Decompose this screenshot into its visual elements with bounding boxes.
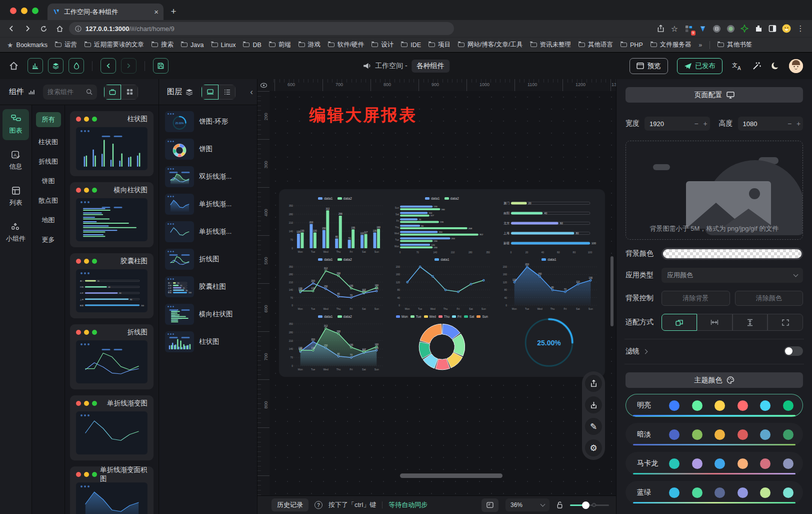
- horizontal-bar-chart[interactable]: data1data2070140210280350SunSatFriThuWed…: [391, 195, 493, 254]
- import-button[interactable]: [585, 396, 602, 413]
- category-bar[interactable]: 柱状图: [38, 138, 58, 147]
- dashboard-board[interactable]: data1data2070140210280350MonTueWedThuFri…: [279, 189, 605, 377]
- bookmark-folder[interactable]: 前端: [269, 41, 291, 49]
- dual-line-chart[interactable]: data1data2070140210280350MonTueWedThuFri…: [284, 256, 386, 311]
- width-input[interactable]: 1920−+: [644, 117, 710, 131]
- capsule-chart[interactable]: 厦门20南阳40北京60上海80新疆100020406080100: [498, 195, 600, 254]
- background-color-swatch[interactable]: [662, 248, 803, 260]
- bookmark-folder[interactable]: DB: [243, 42, 261, 49]
- fit-scale-button[interactable]: [662, 314, 697, 331]
- shortcut-panel-button[interactable]: [482, 498, 498, 512]
- home-button[interactable]: [9, 61, 18, 71]
- edit-button[interactable]: ✎: [585, 418, 602, 435]
- bookmark-folder[interactable]: Java: [181, 42, 204, 49]
- home-icon[interactable]: [53, 22, 66, 35]
- browser-tab[interactable]: 工作空间-各种组件 ×: [48, 4, 164, 20]
- dark-mode-moon-icon[interactable]: [770, 61, 780, 71]
- history-button[interactable]: 历史记录: [272, 498, 308, 511]
- gradient-line-chart[interactable]: data104080120160200MonTueWedThuFriSatSun: [391, 256, 493, 311]
- bookmark-folder[interactable]: 软件/硬件: [328, 41, 364, 49]
- extension-circle-icon[interactable]: [726, 24, 735, 33]
- layer-item[interactable]: 单折线渐...: [163, 193, 253, 216]
- filter-toggle[interactable]: [784, 346, 803, 356]
- layer-item[interactable]: 柱状图: [163, 330, 253, 353]
- layer-item[interactable]: 饼图: [163, 138, 253, 161]
- detail-panel-toggle-button[interactable]: [68, 58, 84, 74]
- height-input[interactable]: 1080−+: [738, 117, 804, 131]
- canvas-grid[interactable]: 编辑大屏报表 data1data2070140210280350MonTueWe…: [270, 91, 616, 495]
- extension-command-icon[interactable]: [712, 24, 721, 33]
- layers-panel-toggle-button[interactable]: [48, 58, 64, 74]
- save-button[interactable]: [153, 58, 168, 74]
- clear-background-button[interactable]: 清除背景: [662, 291, 730, 306]
- component-card-bar[interactable]: 柱状图: [70, 111, 154, 176]
- user-avatar[interactable]: [789, 59, 803, 73]
- extension-star-icon[interactable]: [740, 24, 749, 33]
- bookmark-star-icon[interactable]: ☆: [670, 24, 679, 33]
- tab-close-icon[interactable]: ×: [154, 8, 158, 16]
- fit-height-button[interactable]: [732, 314, 768, 331]
- forward-icon[interactable]: [21, 22, 34, 35]
- url-bar[interactable]: 127.0.0.1:3000/#/chart/home/9: [69, 22, 454, 35]
- list-view-button[interactable]: [218, 85, 236, 100]
- background-upload-dropzone[interactable]: 背景图需小于 5M，格式为 png/jpg/gif 的文件: [626, 141, 803, 240]
- layer-item[interactable]: 厦门20南阳40北京60上海80新疆100胶囊柱图: [163, 275, 253, 298]
- reload-icon[interactable]: [37, 22, 50, 35]
- eye-icon[interactable]: [260, 83, 268, 88]
- thumbnail-view-button[interactable]: [202, 85, 218, 100]
- bookmark-folder[interactable]: 搜索: [152, 41, 174, 49]
- bookmark-folder[interactable]: 设计: [372, 41, 394, 49]
- layer-item[interactable]: 折线图: [163, 248, 253, 271]
- bar-chart[interactable]: data1data2070140210280350MonTueWedThuFri…: [284, 195, 386, 254]
- design-canvas[interactable]: 6007008009001000110012001300 20030040050…: [258, 79, 616, 514]
- donut-chart[interactable]: MonTueWedThuFriSatSun: [391, 313, 493, 372]
- component-card-capsule[interactable]: 胶囊柱图 厦门20南阳40北京60上海80新疆100: [70, 253, 154, 318]
- gradient-area-chart[interactable]: data104080120160200MonTueWedThuFriSatSun…: [498, 256, 600, 311]
- height-plus-button[interactable]: +: [794, 120, 803, 128]
- component-card-hbar[interactable]: 横向柱状图: [70, 182, 154, 247]
- theme-row-dim[interactable]: 暗淡: [626, 423, 803, 446]
- share-icon[interactable]: [656, 24, 665, 33]
- export-button[interactable]: [585, 375, 602, 392]
- bookmark-folder[interactable]: 近期需要读的文章: [84, 41, 144, 49]
- dual-area-chart[interactable]: data1data2070140210280350MonTueWedThuFri…: [284, 313, 386, 372]
- width-plus-button[interactable]: +: [701, 120, 710, 128]
- fit-width-button[interactable]: [697, 314, 732, 331]
- lock-icon[interactable]: [556, 501, 563, 509]
- collapse-panel-icon[interactable]: ‹: [250, 87, 253, 97]
- nav-item-widgets[interactable]: 小组件: [2, 217, 29, 248]
- redo-button[interactable]: [121, 58, 136, 74]
- bookmark-folder[interactable]: 资讯未整理: [530, 41, 572, 49]
- chevron-right-icon[interactable]: [643, 349, 648, 354]
- bookmarks-root[interactable]: ★Bookmarks: [7, 41, 48, 49]
- clear-color-button[interactable]: 清除颜色: [735, 291, 804, 306]
- layer-item[interactable]: 双折线渐...: [163, 165, 253, 188]
- layer-item[interactable]: 25.00%饼图-环形: [163, 110, 253, 133]
- bookmark-folder[interactable]: 游戏: [298, 41, 320, 49]
- language-toggle-icon[interactable]: 文A: [732, 61, 742, 71]
- bookmark-folder[interactable]: 项目: [428, 41, 450, 49]
- close-window-button[interactable]: [10, 8, 16, 14]
- toolbox-view-button[interactable]: [104, 85, 121, 100]
- slider-thumb[interactable]: [582, 501, 590, 509]
- bookmark-folder[interactable]: 文件服务器: [650, 41, 692, 49]
- category-all[interactable]: 所有: [36, 112, 61, 127]
- bookmark-folder[interactable]: PHP: [620, 42, 643, 49]
- layer-item[interactable]: 单折线渐...: [163, 220, 253, 243]
- grid-view-button[interactable]: [121, 85, 138, 100]
- bookmark-folder[interactable]: 其他语言: [578, 41, 613, 49]
- theme-row-bright[interactable]: 明亮: [626, 394, 803, 417]
- category-pie[interactable]: 饼图: [42, 177, 55, 186]
- minimize-window-button[interactable]: [21, 8, 28, 14]
- settings-gear-button[interactable]: ⚙: [585, 439, 602, 456]
- other-bookmarks[interactable]: 其他书签: [718, 41, 752, 49]
- component-card-line[interactable]: 折线图: [70, 324, 154, 389]
- maximize-window-button[interactable]: [32, 8, 38, 14]
- publish-button[interactable]: 已发布: [677, 58, 723, 74]
- bookmarks-overflow-icon[interactable]: »: [698, 42, 702, 49]
- browser-menu-icon[interactable]: ⋮: [796, 24, 805, 33]
- category-scatter[interactable]: 散点图: [38, 196, 58, 205]
- fit-stretch-button[interactable]: [768, 314, 803, 331]
- nav-item-list[interactable]: 列表: [2, 181, 29, 212]
- layer-item[interactable]: 横向柱状图: [163, 303, 253, 326]
